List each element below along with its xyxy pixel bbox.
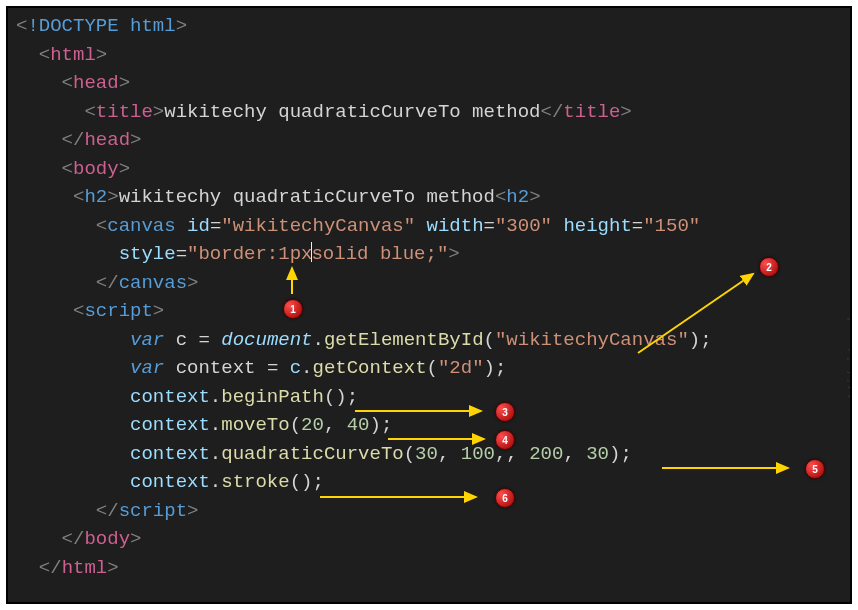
title-close: title xyxy=(563,101,620,123)
badge-2: 2 xyxy=(759,257,779,277)
moveto: moveTo xyxy=(221,414,289,436)
stroke: stroke xyxy=(221,471,289,493)
height-attr: height xyxy=(563,215,631,237)
context-var: context xyxy=(176,357,256,379)
body-close: body xyxy=(84,528,130,550)
code-editor: <!DOCTYPE html> <html> <head> <title>wik… xyxy=(6,6,852,604)
moveto-a: 20 xyxy=(301,414,324,436)
id-attr: id xyxy=(187,215,210,237)
qct-b: 100 xyxy=(461,443,495,465)
badge-4: 4 xyxy=(495,430,515,450)
h2-open: h2 xyxy=(84,186,107,208)
style-val-a: "border:1px xyxy=(187,243,312,265)
gebi-arg: "wikitechyCanvas" xyxy=(495,329,689,351)
script-open: script xyxy=(84,300,152,322)
html-close: html xyxy=(62,557,108,579)
h2-text: wikitechy quadraticCurveTo method xyxy=(119,186,495,208)
var-kw-1: var xyxy=(130,329,164,351)
moveto-b: 40 xyxy=(347,414,370,436)
width-val: "300" xyxy=(495,215,552,237)
height-val: "150" xyxy=(643,215,700,237)
title-text: wikitechy quadraticCurveTo method xyxy=(164,101,540,123)
script-close: script xyxy=(119,500,187,522)
getcontext: getContext xyxy=(313,357,427,379)
style-val-b: solid blue;" xyxy=(311,243,448,265)
h2-close: h2 xyxy=(506,186,529,208)
id-val: "wikitechyCanvas" xyxy=(221,215,415,237)
width-attr: width xyxy=(427,215,484,237)
qct-c: 200 xyxy=(529,443,563,465)
body-open: body xyxy=(73,158,119,180)
canvas-close: canvas xyxy=(119,272,187,294)
html-open: html xyxy=(50,44,96,66)
style-attr: style xyxy=(119,243,176,265)
badge-5: 5 xyxy=(805,459,825,479)
gc-arg: "2d" xyxy=(438,357,484,379)
document-obj: document xyxy=(221,329,312,351)
badge-1: 1 xyxy=(283,299,303,319)
getelementbyid: getElementById xyxy=(324,329,484,351)
beginpath: beginPath xyxy=(221,386,324,408)
qct-a: 30 xyxy=(415,443,438,465)
quadraticcurveto: quadraticCurveTo xyxy=(221,443,403,465)
badge-3: 3 xyxy=(495,402,515,422)
c-var: c xyxy=(176,329,187,351)
text-cursor xyxy=(311,242,312,262)
canvas-open: canvas xyxy=(107,215,175,237)
head-open: head xyxy=(73,72,119,94)
head-close: head xyxy=(84,129,130,151)
badge-6: 6 xyxy=(495,488,515,508)
title-open: title xyxy=(96,101,153,123)
qct-d: 30 xyxy=(586,443,609,465)
code-block: <!DOCTYPE html> <html> <head> <title>wik… xyxy=(8,8,850,586)
var-kw-2: var xyxy=(130,357,164,379)
doctype: !DOCTYPE html xyxy=(27,15,175,37)
